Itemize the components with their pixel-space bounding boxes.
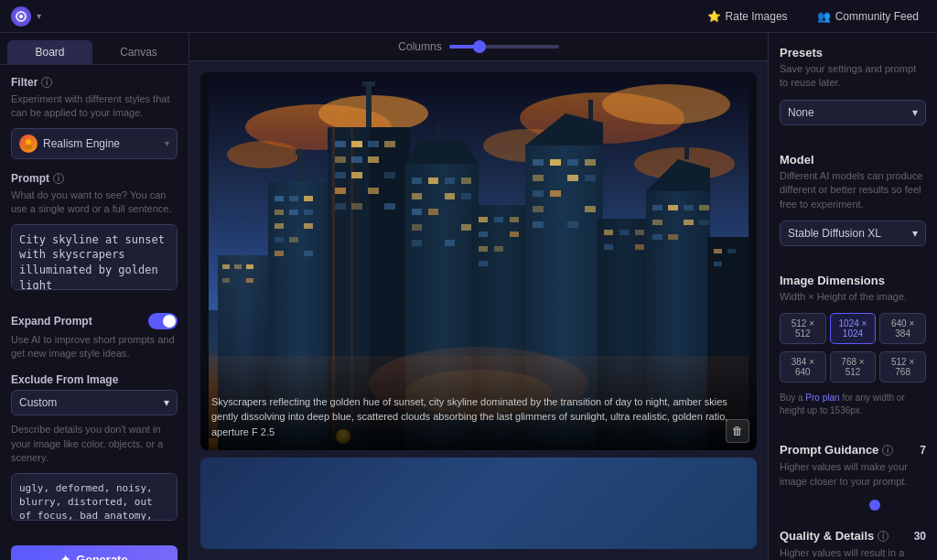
dim-btn-512x768[interactable]: 512 × 768 bbox=[879, 351, 926, 382]
svg-rect-44 bbox=[335, 141, 346, 147]
pro-plan-link-dimensions[interactable]: Pro plan bbox=[805, 393, 839, 403]
app-logo[interactable] bbox=[11, 6, 31, 27]
svg-rect-87 bbox=[479, 261, 488, 266]
tab-board[interactable]: Board bbox=[7, 40, 92, 64]
svg-rect-43 bbox=[362, 81, 375, 86]
model-selected-value: Stable Diffusion XL bbox=[788, 227, 881, 240]
svg-rect-110 bbox=[604, 244, 613, 250]
svg-rect-108 bbox=[619, 230, 629, 235]
right-sidebar: Presets Save your settings and prompt to… bbox=[768, 33, 937, 560]
svg-rect-53 bbox=[384, 172, 395, 178]
community-feed-label: Community Feed bbox=[835, 10, 919, 23]
svg-rect-37 bbox=[275, 251, 284, 256]
rate-images-button[interactable]: ⭐ Rate Images bbox=[700, 6, 795, 27]
dim-btn-768x512[interactable]: 768 × 512 bbox=[830, 351, 877, 382]
dim-btn-384x640[interactable]: 384 × 640 bbox=[780, 351, 826, 382]
svg-rect-98 bbox=[585, 175, 596, 181]
svg-point-2 bbox=[26, 139, 31, 145]
guidance-title-text: Prompt Guidance bbox=[780, 443, 878, 457]
svg-point-10 bbox=[227, 141, 300, 168]
exclude-chevron-icon: ▾ bbox=[164, 396, 169, 409]
users-icon: 👥 bbox=[817, 10, 831, 23]
filter-description: Experiment with different styles that ca… bbox=[11, 92, 178, 121]
svg-rect-101 bbox=[533, 206, 544, 212]
columns-slider[interactable] bbox=[449, 45, 559, 48]
expand-prompt-section: Expand Prompt Use AI to improve short pr… bbox=[11, 313, 178, 361]
exclude-section: Exclude From Image Custom ▾ Describe det… bbox=[11, 373, 178, 532]
svg-rect-46 bbox=[368, 141, 379, 147]
model-title: Model bbox=[780, 153, 926, 167]
prompt-textarea[interactable]: City skyline at sunset with skyscrapers … bbox=[11, 224, 178, 290]
image-card-partial[interactable] bbox=[200, 458, 757, 549]
left-sidebar: Board Canvas Filter i Experiment with di… bbox=[0, 33, 189, 560]
svg-rect-76 bbox=[412, 240, 422, 246]
guidance-info-icon[interactable]: i bbox=[882, 445, 893, 456]
columns-slider-container bbox=[449, 45, 559, 48]
svg-rect-126 bbox=[714, 249, 722, 253]
svg-rect-80 bbox=[479, 217, 488, 222]
dim-btn-512x512[interactable]: 512 × 512 bbox=[780, 313, 826, 344]
svg-rect-118 bbox=[684, 205, 694, 210]
svg-rect-119 bbox=[699, 205, 709, 210]
svg-rect-117 bbox=[668, 205, 678, 210]
svg-rect-54 bbox=[335, 188, 346, 194]
community-feed-button[interactable]: 👥 Community Feed bbox=[810, 6, 926, 27]
svg-rect-18 bbox=[222, 264, 230, 269]
svg-rect-55 bbox=[368, 188, 379, 194]
svg-rect-128 bbox=[714, 262, 722, 266]
svg-rect-31 bbox=[289, 210, 298, 215]
svg-rect-64 bbox=[437, 123, 441, 141]
dimensions-subtitle: Width × Height of the image. bbox=[780, 290, 926, 304]
presets-chevron-icon: ▾ bbox=[912, 106, 918, 119]
quality-header: Quality & Details i 30 bbox=[780, 529, 926, 543]
image-card-main[interactable]: Skyscrapers reflecting the golden hue of… bbox=[200, 72, 757, 450]
presets-select[interactable]: None ▾ bbox=[780, 100, 926, 125]
dim-btn-1024x1024[interactable]: 1024 × 1024 bbox=[830, 313, 877, 344]
dim-btn-640x384[interactable]: 640 × 384 bbox=[879, 313, 926, 344]
svg-rect-65 bbox=[412, 178, 422, 184]
svg-rect-19 bbox=[234, 264, 242, 269]
svg-rect-20 bbox=[246, 264, 253, 269]
exclude-select[interactable]: Custom ▾ bbox=[11, 390, 178, 415]
quality-info-icon[interactable]: i bbox=[878, 531, 889, 542]
svg-rect-72 bbox=[412, 209, 422, 215]
prompt-description: What do you want to see? You can use a s… bbox=[11, 188, 178, 217]
filter-info-icon[interactable]: i bbox=[41, 77, 52, 88]
svg-rect-77 bbox=[445, 240, 455, 246]
guidance-desc: Higher values will make your image close… bbox=[780, 460, 926, 489]
dimensions-pro-note: Buy a Pro plan for any width or height u… bbox=[780, 392, 926, 417]
columns-label: Columns bbox=[398, 40, 441, 53]
topbar-dropdown-arrow[interactable]: ▾ bbox=[37, 11, 41, 21]
svg-rect-66 bbox=[428, 178, 438, 184]
svg-rect-42 bbox=[366, 86, 372, 127]
exclude-textarea[interactable]: ugly, deformed, noisy, blurry, distorted… bbox=[11, 473, 178, 521]
svg-rect-85 bbox=[479, 246, 488, 252]
quality-value: 30 bbox=[914, 530, 926, 543]
svg-rect-21 bbox=[222, 278, 230, 283]
svg-rect-27 bbox=[275, 196, 284, 201]
svg-rect-71 bbox=[461, 193, 471, 199]
quality-desc: Higher values will result in a high qual… bbox=[780, 546, 926, 560]
filter-label-text: Filter bbox=[11, 76, 38, 89]
svg-rect-47 bbox=[384, 141, 395, 147]
model-select[interactable]: Stable Diffusion XL ▾ bbox=[780, 221, 926, 246]
svg-rect-26 bbox=[296, 150, 303, 155]
center-area: Columns bbox=[189, 33, 768, 560]
svg-rect-32 bbox=[304, 210, 313, 215]
expand-prompt-toggle[interactable] bbox=[148, 313, 178, 329]
delete-image-button[interactable]: 🗑 bbox=[726, 419, 749, 443]
svg-rect-73 bbox=[428, 209, 438, 215]
svg-rect-48 bbox=[335, 156, 346, 163]
prompt-info-icon[interactable]: i bbox=[53, 173, 64, 184]
svg-rect-104 bbox=[567, 221, 578, 228]
svg-rect-84 bbox=[510, 232, 519, 237]
guidance-title: Prompt Guidance i bbox=[780, 443, 893, 457]
quality-title-text: Quality & Details bbox=[780, 529, 874, 543]
svg-rect-82 bbox=[510, 217, 519, 222]
guidance-header: Prompt Guidance i 7 bbox=[780, 443, 926, 457]
svg-rect-34 bbox=[304, 223, 313, 229]
tab-canvas[interactable]: Canvas bbox=[96, 40, 181, 64]
svg-rect-102 bbox=[585, 206, 596, 212]
generate-button[interactable]: ✦ Generate bbox=[11, 545, 178, 560]
filter-select[interactable]: Realism Engine ▾ bbox=[11, 128, 178, 159]
